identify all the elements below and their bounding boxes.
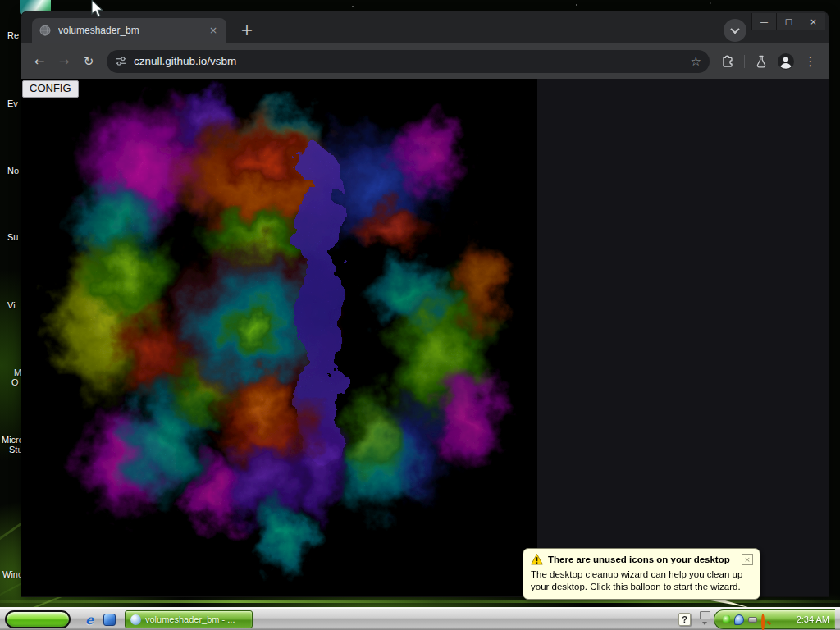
desktop-icon-label[interactable]: Micro [2,435,23,445]
minimize-button[interactable]: — [751,13,776,30]
profile-avatar-icon[interactable] [774,50,797,73]
balloon-body: The desktop cleanup wizard can help you … [531,568,753,593]
desktop-icon-label[interactable]: No [7,166,19,176]
browser-toolbar: ← → ↻ cznull.github.io/vsbm ☆ [21,43,829,79]
magnifier-tray-icon[interactable] [761,615,770,624]
desktop-icon-label[interactable]: Wind [2,569,23,579]
warning-icon [531,554,543,565]
desktop-icon-label[interactable]: Vi [7,300,16,310]
maximize-button[interactable]: □ [776,13,801,30]
mouse-cursor [90,0,107,19]
chevron-down-icon [702,622,707,625]
new-tab-button[interactable]: + [236,20,258,39]
cleanup-balloon-notification[interactable]: There are unused icons on your desktop ×… [523,548,760,600]
extensions-icon[interactable] [716,50,739,73]
page-side-panel [537,79,829,596]
device-tray-icon[interactable] [748,617,757,623]
window-controls: — □ × [751,13,825,30]
reload-button[interactable]: ↻ [77,50,100,73]
desktop-icon-label[interactable]: Re [7,30,19,40]
back-button[interactable]: ← [28,50,51,73]
browser-window: volumeshader_bm × + — □ × ← → ↻ cznull.g… [21,11,829,596]
green-status-tray-icon[interactable] [723,615,730,623]
taskbar-clock[interactable]: 2:34 AM [797,614,829,624]
cleanup-wizard-tray-icon[interactable] [734,614,744,625]
task-button-label: volumeshader_bm - ... [145,614,235,624]
address-bar[interactable]: cznull.github.io/vsbm ☆ [107,50,710,73]
desktop-icon-label[interactable]: Su [7,232,18,242]
toolbar-divider [744,55,745,68]
labs-beaker-icon[interactable] [750,50,773,73]
config-button[interactable]: CONFIG [22,80,79,98]
taskbar-task-button[interactable]: volumeshader_bm - ... [125,610,253,628]
app-quicklaunch-icon[interactable] [102,612,116,627]
balloon-title: There are unused icons on your desktop [548,555,737,564]
task-button-icon [130,614,141,625]
tab-volumeshader-bm[interactable]: volumeshader_bm × [32,18,226,43]
start-button[interactable] [5,610,71,628]
desktop-icon-label[interactable]: Ev [7,98,18,108]
ie-quicklaunch-icon[interactable]: e [82,612,97,627]
site-settings-icon[interactable] [115,55,127,67]
desktop-icon-label[interactable]: M [14,368,21,377]
browser-menu-icon[interactable]: ⋮ [799,50,822,73]
window-icon [700,611,710,619]
balloon-close-icon[interactable]: × [742,554,753,565]
globe-favicon-icon [39,24,52,37]
desktop-icon-label[interactable]: O [11,377,19,387]
chevron-down-icon [730,25,739,34]
tab-title: volumeshader_bm [58,25,200,36]
bookmark-star-icon[interactable]: ☆ [691,54,701,69]
tab-search-button[interactable] [724,19,746,42]
close-button[interactable]: × [801,13,825,30]
system-tray: 2:34 AM [714,609,835,629]
webgl-canvas[interactable]: CONFIG [21,79,537,596]
url-text[interactable]: cznull.github.io/vsbm [134,55,236,67]
forward-button[interactable]: → [52,50,75,73]
page-content: CONFIG [21,79,829,596]
fractal-render [21,79,537,596]
tab-strip: volumeshader_bm × + — □ × [21,11,829,43]
taskbar: e volumeshader_bm - ... ? 2:34 AM [0,607,840,630]
help-tray-icon[interactable]: ? [678,613,691,626]
hidden-icons-button[interactable] [698,611,711,628]
tab-close-icon[interactable]: × [207,24,220,37]
